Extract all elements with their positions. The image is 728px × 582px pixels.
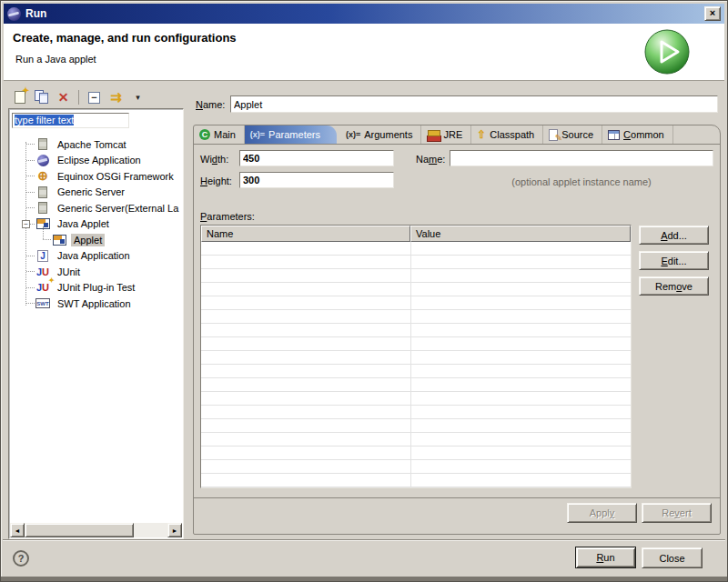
tree-horizontal-scrollbar: ◄ ►	[10, 523, 182, 537]
eclipse-logo-icon	[7, 7, 21, 21]
tree-item-label: Applet	[71, 234, 105, 246]
duplicate-icon	[35, 90, 49, 105]
tree-item-junit-plugin-test[interactable]: JU✦ JUnit Plug-in Test	[11, 280, 181, 296]
tab-jre[interactable]: JRE	[421, 125, 471, 144]
osgi-target-icon: ⊕	[35, 170, 50, 183]
column-header-value[interactable]: Value	[410, 226, 631, 242]
column-header-name[interactable]: Name	[201, 226, 410, 242]
banner-subtitle: Run a Java applet	[15, 54, 96, 65]
help-button[interactable]: ?	[13, 550, 29, 567]
tree-item-java-application[interactable]: J Java Application	[11, 248, 181, 265]
tree-item-java-applet[interactable]: − Java Applet	[11, 216, 181, 233]
scroll-left-button[interactable]: ◄	[10, 523, 25, 537]
new-star-icon: ✦	[22, 85, 29, 95]
apply-button[interactable]: Apply	[567, 503, 637, 523]
tree-item-eclipse-application[interactable]: Eclipse Application	[11, 153, 181, 169]
collapse-all-button[interactable]: −	[85, 88, 104, 107]
parameters-tab-icon: (x)=	[250, 130, 265, 139]
add-parameter-button[interactable]: Add...	[639, 226, 709, 245]
remove-parameter-button[interactable]: Remove	[639, 276, 709, 296]
tab-classpath[interactable]: ⇧ Classpath	[471, 125, 543, 144]
edit-parameter-button[interactable]: Edit...	[639, 251, 709, 270]
tab-label: JRE	[443, 129, 462, 140]
tab-label: Parameters	[268, 129, 320, 140]
tree-item-label: Eclipse Application	[55, 154, 144, 166]
delete-configuration-button[interactable]: ✕	[54, 88, 73, 107]
banner-title: Create, manage, and run configurations	[13, 31, 237, 45]
tree-item-label: SWT Application	[55, 297, 134, 310]
applet-instance-name-input[interactable]	[450, 150, 713, 166]
revert-button[interactable]: Revert	[642, 503, 712, 523]
chevron-down-icon: ▾	[136, 93, 140, 102]
junit-plugin-icon: JU✦	[35, 281, 50, 294]
scrollbar-thumb[interactable]	[25, 523, 134, 537]
parameters-table-header: Name Value	[201, 226, 631, 242]
tab-folder: C Main (x)= Parameters (x)= Arguments JR…	[193, 125, 721, 535]
toolbar-dropdown-button[interactable]: ▾	[128, 88, 147, 107]
tab-parameters[interactable]: (x)= Parameters	[245, 125, 337, 144]
tree-item-junit[interactable]: JU JUnit	[11, 264, 181, 280]
instance-name-hint: (optional applet instance name)	[450, 176, 713, 187]
run-button[interactable]: Run	[575, 547, 636, 568]
tree-item-generic-server-external[interactable]: Generic Server(External La	[11, 200, 181, 216]
run-sphere-icon	[643, 28, 692, 76]
tree-item-apache-tomcat[interactable]: Apache Tomcat	[11, 136, 181, 153]
duplicate-configuration-button[interactable]	[32, 88, 51, 107]
pencil-icon: ✎	[555, 133, 562, 143]
width-input[interactable]	[239, 150, 394, 166]
close-button[interactable]: Close	[642, 547, 703, 568]
filter-configurations-button[interactable]: ⇉	[106, 88, 126, 107]
width-label: Width:	[200, 154, 228, 165]
config-name-label: Name:	[196, 99, 225, 110]
tree-item-generic-server[interactable]: Generic Server	[11, 185, 181, 201]
collapse-all-icon: −	[88, 92, 100, 104]
tab-bar-filler	[673, 125, 720, 144]
server-icon	[35, 138, 50, 151]
tab-label: Source	[561, 129, 593, 140]
tree-item-label: Apache Tomcat	[55, 138, 129, 151]
parameters-label: Parameters:	[200, 211, 255, 222]
parameters-table-body[interactable]	[201, 242, 631, 487]
new-configuration-button[interactable]: ✦	[10, 88, 29, 107]
window-title: Run	[25, 7, 46, 20]
tab-label: Classpath	[490, 129, 534, 140]
tab-main[interactable]: C Main	[194, 125, 245, 144]
close-window-button[interactable]: ×	[704, 6, 721, 21]
tree-item-label: Java Applet	[55, 217, 112, 230]
eclipse-application-icon	[35, 154, 50, 166]
tab-source[interactable]: ✎ Source	[543, 125, 602, 144]
tab-label: Common	[623, 129, 664, 140]
tree-item-label: Generic Server(External La	[55, 202, 181, 215]
filter-input-text: type filter text	[15, 115, 74, 125]
tab-common[interactable]: Common	[602, 125, 673, 144]
title-bar: Run ×	[4, 4, 724, 24]
tab-label: Arguments	[364, 129, 412, 140]
tree-item-label: Equinox OSGi Framework	[55, 170, 177, 183]
tree-item-applet-selected[interactable]: Applet	[11, 232, 181, 248]
scrollbar-track[interactable]	[134, 523, 167, 537]
classpath-arrow-icon: ⇧	[477, 128, 486, 141]
tree-item-label: Generic Server	[55, 186, 127, 198]
main-tab-icon: C	[199, 129, 210, 140]
collapse-expander-icon[interactable]: −	[22, 220, 30, 228]
arguments-tab-icon: (x)=	[346, 130, 360, 139]
filter-icon: ⇉	[110, 91, 122, 104]
tree-item-swt-application[interactable]: SWT SWT Application	[11, 296, 181, 312]
tree-item-label: JUnit	[55, 266, 83, 278]
window-bottom-edge	[1, 577, 727, 581]
java-application-icon: J	[35, 249, 50, 262]
run-dialog: Run × Create, manage, and run configurat…	[0, 0, 728, 582]
tree-item-equinox-osgi[interactable]: ⊕ Equinox OSGi Framework	[11, 168, 181, 185]
config-name-input[interactable]	[230, 95, 718, 113]
tab-label: Main	[214, 129, 236, 140]
scroll-right-button[interactable]: ►	[167, 523, 182, 537]
header-banner: Create, manage, and run configurations R…	[4, 24, 724, 81]
jre-books-icon	[427, 130, 440, 140]
filter-input[interactable]: type filter text	[12, 113, 129, 128]
server-icon	[35, 186, 50, 198]
height-input[interactable]	[239, 172, 394, 188]
delete-icon: ✕	[58, 91, 69, 104]
tab-bar: C Main (x)= Parameters (x)= Arguments JR…	[194, 125, 720, 145]
tab-arguments[interactable]: (x)= Arguments	[340, 125, 421, 144]
height-label: Height:	[200, 176, 232, 186]
